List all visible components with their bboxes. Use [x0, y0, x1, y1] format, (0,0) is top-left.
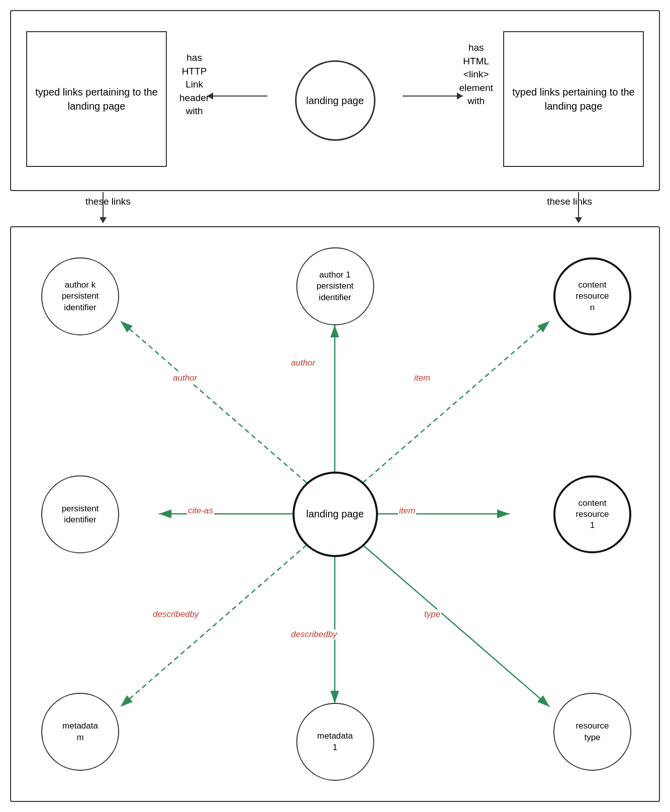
rel-type: type [423, 609, 441, 619]
rel-author-1: author [290, 358, 316, 368]
circle-metadata-m: metadatam [41, 693, 119, 771]
arrow-top-right [403, 96, 463, 97]
circle-metadata-1: metadata1 [296, 703, 374, 781]
rel-item-1: item [398, 506, 416, 516]
arrow-down-left [100, 192, 107, 223]
circle-persistent-id: persistentidentifier [41, 475, 119, 553]
these-links-right-label: these links [547, 196, 592, 207]
svg-line-9 [363, 545, 550, 707]
landing-page-circle-center: landing page [293, 472, 378, 557]
landing-page-circle-top: landing page [295, 60, 375, 141]
these-links-left-label: these links [85, 196, 131, 207]
rel-cite-as: cite-as [187, 506, 214, 516]
rect-left-text: typed links pertaining to the landing pa… [35, 85, 158, 113]
rel-item-n: item [413, 373, 431, 383]
rel-author-k: author [172, 373, 198, 383]
circle-content-n: contentresourcen [553, 257, 631, 335]
connector-label-left: hasHTTPLinkheaderwith [179, 51, 209, 118]
rel-describedby-m: describedby [152, 609, 200, 619]
circle-resource-type: resourcetype [553, 693, 631, 771]
connector-label-right: hasHTML<link>elementwith [459, 41, 493, 108]
svg-line-7 [120, 545, 307, 707]
svg-line-4 [363, 321, 550, 483]
rel-describedby-1: describedby [290, 629, 338, 640]
rect-right-text: typed links pertaining to the landing pa… [512, 85, 635, 113]
top-section: typed links pertaining to the landing pa… [10, 10, 660, 191]
arrow-down-right [575, 192, 582, 223]
svg-line-2 [120, 321, 307, 483]
circle-author-k: author kpersistentidentifier [41, 257, 119, 335]
circle-author-1: author 1persistentidentifier [296, 247, 374, 325]
arrow-top-left [207, 96, 267, 97]
bottom-section: landing page author kpersistentidentifie… [10, 226, 660, 802]
circle-content-1: contentresource1 [553, 475, 631, 553]
rect-right: typed links pertaining to the landing pa… [503, 31, 644, 167]
rect-left: typed links pertaining to the landing pa… [26, 31, 167, 167]
